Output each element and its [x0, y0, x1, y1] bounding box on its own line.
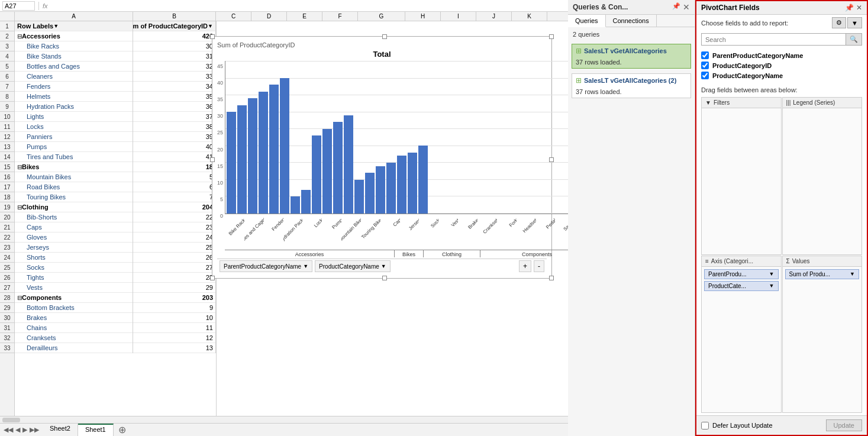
cell-b-18[interactable]: 7: [133, 192, 215, 202]
cell-a-30[interactable]: Brakes: [15, 313, 133, 323]
cell-a-21[interactable]: Caps: [15, 222, 133, 232]
cell-b-19[interactable]: 204: [133, 202, 215, 212]
name-box[interactable]: [2, 1, 35, 11]
cell-a-22[interactable]: Gloves: [15, 232, 133, 243]
cell-a-6[interactable]: Cleaners: [15, 72, 133, 82]
cell-a-18[interactable]: Touring Bikes: [15, 192, 133, 202]
resize-handle-tm[interactable]: [382, 34, 387, 39]
cell-b-26[interactable]: 28: [133, 273, 215, 283]
cell-a-1[interactable]: Row Labels ▼: [15, 21, 133, 31]
cell-a-15[interactable]: ⊟ Bikes: [15, 162, 133, 172]
cell-b-2[interactable]: 426: [133, 31, 215, 41]
cell-b-28[interactable]: 203: [133, 293, 215, 303]
cell-a-2[interactable]: ⊟ Accessories: [15, 31, 133, 41]
axis-item-1[interactable]: ParentProdu... ▼: [704, 269, 779, 279]
filter-parent-category[interactable]: ParentProductCategoryName ▼: [220, 260, 312, 272]
cell-a-25[interactable]: Socks: [15, 263, 133, 273]
cell-a-27[interactable]: Vests: [15, 283, 133, 293]
pivot-search-btn[interactable]: 🔍: [846, 34, 861, 45]
cell-a-29[interactable]: Bottom Brackets: [15, 303, 133, 313]
col-header-e[interactable]: E: [287, 12, 322, 21]
pivot-gear-btn[interactable]: ⚙: [832, 17, 846, 28]
pivot-field-1-checkbox[interactable]: [701, 51, 709, 59]
cell-b-16[interactable]: 5: [133, 172, 215, 182]
cell-b-31[interactable]: 11: [133, 323, 215, 333]
axis-item-2[interactable]: ProductCate... ▼: [704, 281, 779, 291]
query-item-1[interactable]: ⊞ SalesLT vGetAllCategories 37 rows load…: [572, 44, 691, 69]
sheet-nav-left-left[interactable]: ◀◀: [2, 426, 14, 434]
cell-a-26[interactable]: Tights: [15, 273, 133, 283]
cell-b-10[interactable]: 37: [133, 112, 215, 122]
queries-close-btn[interactable]: ✕: [683, 2, 690, 12]
queries-tab-queries[interactable]: Queries: [568, 15, 606, 27]
cell-b-11[interactable]: 38: [133, 122, 215, 132]
cell-b-3[interactable]: 30: [133, 41, 215, 51]
cell-b-22[interactable]: 24: [133, 232, 215, 243]
cell-b-27[interactable]: 29: [133, 283, 215, 293]
cell-a-31[interactable]: Chains: [15, 323, 133, 333]
values-item-1[interactable]: Sum of Produ... ▼: [785, 269, 860, 279]
col-header-g[interactable]: G: [358, 12, 405, 21]
cell-b-4[interactable]: 31: [133, 51, 215, 62]
cell-a-17[interactable]: Road Bikes: [15, 182, 133, 192]
resize-handle-tr[interactable]: [549, 34, 554, 39]
filters-content[interactable]: [702, 108, 781, 254]
cell-a-23[interactable]: Jerseys: [15, 243, 133, 253]
cell-a-14[interactable]: Tires and Tubes: [15, 152, 133, 162]
resize-handle-bm[interactable]: [382, 276, 387, 280]
cell-b-23[interactable]: 25: [133, 243, 215, 253]
queries-tab-connections[interactable]: Connections: [606, 15, 657, 27]
cell-a-9[interactable]: Hydration Packs: [15, 102, 133, 112]
col-header-b[interactable]: B: [133, 12, 216, 21]
sheet-nav-right-right[interactable]: ▶▶: [28, 426, 40, 434]
sheet-tab-2[interactable]: Sheet2: [43, 424, 78, 436]
cell-b-29[interactable]: 9: [133, 303, 215, 313]
axis-item-1-arrow[interactable]: ▼: [769, 271, 775, 277]
cell-b-9[interactable]: 36: [133, 102, 215, 112]
col-header-k[interactable]: K: [512, 12, 547, 21]
cell-b-33[interactable]: 13: [133, 343, 215, 353]
col-header-f[interactable]: F: [322, 12, 358, 21]
sheet-nav-left[interactable]: ◀: [14, 426, 21, 434]
cell-b-32[interactable]: 12: [133, 333, 215, 343]
cell-a-28[interactable]: ⊟ Components: [15, 293, 133, 303]
pivot-pin-btn[interactable]: 📌: [845, 4, 854, 12]
cell-b-13[interactable]: 40: [133, 142, 215, 152]
cell-a-10[interactable]: Lights: [15, 112, 133, 122]
cell-b-17[interactable]: 6: [133, 182, 215, 192]
col-header-d[interactable]: D: [251, 12, 287, 21]
cell-b-6[interactable]: 33: [133, 72, 215, 82]
cell-b-20[interactable]: 22: [133, 212, 215, 222]
cell-a-16[interactable]: Mountain Bikes: [15, 172, 133, 182]
cell-b-21[interactable]: 23: [133, 222, 215, 232]
cell-a-8[interactable]: Helmets: [15, 92, 133, 102]
col-header-c[interactable]: C: [216, 12, 251, 21]
cell-a-33[interactable]: Derailleurs: [15, 343, 133, 353]
horizontal-scrollbar[interactable]: [0, 416, 568, 423]
resize-handle-bl[interactable]: [210, 276, 215, 280]
cell-b-24[interactable]: 26: [133, 253, 215, 263]
defer-checkbox[interactable]: [701, 422, 709, 429]
query-item-2[interactable]: ⊞ SalesLT vGetAllCategories (2) 37 rows …: [572, 73, 691, 98]
cell-a-7[interactable]: Fenders: [15, 82, 133, 92]
pivot-arrow-btn[interactable]: ▼: [847, 17, 862, 28]
cell-a-13[interactable]: Pumps: [15, 142, 133, 152]
cell-a-4[interactable]: Bike Stands: [15, 51, 133, 62]
legend-content[interactable]: [783, 108, 862, 254]
cell-a-5[interactable]: Bottles and Cages: [15, 62, 133, 72]
cell-a-11[interactable]: Locks: [15, 122, 133, 132]
resize-handle-ml[interactable]: [210, 157, 215, 162]
cell-a-32[interactable]: Cranksets: [15, 333, 133, 343]
col-header-i[interactable]: I: [441, 12, 476, 21]
cell-b-12[interactable]: 39: [133, 132, 215, 142]
pivot-search-input[interactable]: [702, 34, 846, 45]
pivot-field-3-checkbox[interactable]: [701, 72, 709, 79]
cell-a-3[interactable]: Bike Racks: [15, 41, 133, 51]
cell-b-14[interactable]: 41: [133, 152, 215, 162]
cell-a-19[interactable]: ⊟ Clothing: [15, 202, 133, 212]
chart-expand-btn[interactable]: +: [519, 260, 531, 272]
cell-b-8[interactable]: 35: [133, 92, 215, 102]
chart-container[interactable]: Sum of ProductCategoryID Total 0 5 10 15…: [212, 36, 552, 279]
cell-b-5[interactable]: 32: [133, 62, 215, 72]
values-item-1-arrow[interactable]: ▼: [850, 271, 855, 277]
